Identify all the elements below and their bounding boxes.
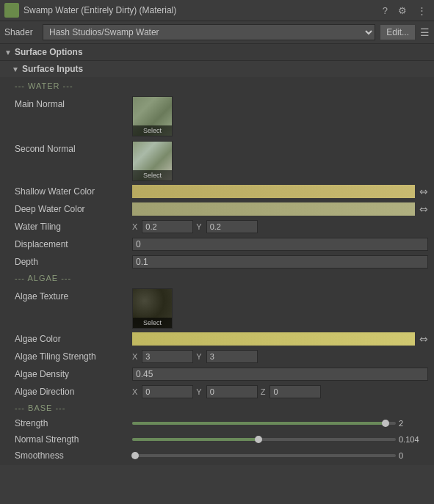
strength-row: Strength 2 (0, 415, 434, 431)
algae-color-swatch[interactable] (132, 332, 415, 346)
shallow-water-color-row: Shallow Water Color ⇔ (0, 183, 434, 200)
smoothness-value: 0 (399, 451, 428, 460)
shallow-water-expand-icon[interactable]: ⇔ (419, 186, 428, 197)
water-tiling-y-label: Y (196, 222, 201, 231)
smoothness-slider-container: 0 (132, 451, 428, 460)
normal-strength-row: Normal Strength 0.104 (0, 431, 434, 448)
surface-inputs-content: --- WATER --- Main Normal Select Second … (0, 77, 434, 465)
algae-divider: --- ALGAE --- (0, 271, 434, 285)
displacement-value (132, 238, 428, 251)
depth-label: Depth (15, 257, 132, 267)
algae-tiling-y-input[interactable] (206, 350, 258, 363)
smoothness-slider-track[interactable] (132, 454, 396, 457)
water-tiling-row: Water Tiling X Y (0, 218, 434, 235)
algae-color-label: Algae Color (15, 334, 132, 344)
strength-label: Strength (15, 418, 132, 428)
normal-strength-slider-container: 0.104 (132, 435, 428, 444)
algae-tiling-row: Algae Tiling Strength X Y (0, 348, 434, 365)
strength-slider-container: 2 (132, 419, 428, 428)
surface-inputs-header[interactable]: ▼ Surface Inputs (0, 60, 434, 77)
shallow-water-color-value: ⇔ (132, 185, 428, 198)
algae-dir-y-label: Y (196, 387, 201, 396)
smoothness-label: Smoothness (15, 450, 132, 461)
algae-direction-label: Algae Direction (15, 387, 132, 397)
algae-dir-x-label: X (132, 387, 137, 396)
smoothness-row: Smoothness 0 (0, 448, 434, 464)
algae-color-row: Algae Color ⇔ (0, 330, 434, 348)
algae-texture-thumb[interactable]: Select (132, 288, 173, 329)
depth-row: Depth (0, 253, 434, 271)
deep-water-color-row: Deep Water Color ⇔ (0, 200, 434, 218)
normal-strength-slider-thumb[interactable] (255, 436, 262, 443)
second-normal-select[interactable]: Select (133, 170, 172, 180)
deep-water-color-swatch[interactable] (132, 202, 415, 216)
algae-direction-value: X Y Z (132, 385, 428, 398)
strength-slider-thumb[interactable] (382, 420, 389, 427)
algae-dir-y-input[interactable] (206, 385, 258, 398)
algae-tiling-x-input[interactable] (142, 350, 193, 363)
second-normal-row: Second Normal Select (0, 138, 434, 183)
smoothness-slider-thumb[interactable] (131, 452, 139, 459)
algae-color-expand-icon[interactable]: ⇔ (419, 333, 428, 345)
shallow-water-color-swatch[interactable] (132, 185, 415, 198)
depth-input[interactable] (132, 255, 428, 269)
top-bar: Swamp Water (Entirely Dirty) (Material) … (0, 0, 434, 21)
help-icon[interactable]: ? (380, 4, 391, 18)
surface-inputs-arrow: ▼ (12, 65, 19, 73)
normal-strength-label: Normal Strength (15, 434, 132, 445)
settings-icon[interactable]: ⚙ (395, 4, 410, 18)
algae-dir-z-label: Z (261, 387, 266, 396)
algae-density-row: Algae Density (0, 365, 434, 383)
displacement-label: Displacement (15, 239, 132, 249)
surface-options-header[interactable]: ▼ Surface Options (0, 43, 434, 60)
shader-label: Shader (4, 27, 38, 37)
deep-water-expand-icon[interactable]: ⇔ (419, 203, 428, 215)
algae-color-value: ⇔ (132, 332, 428, 346)
algae-texture-row: Algae Texture Select (0, 285, 434, 330)
algae-texture-label: Algae Texture (15, 288, 132, 302)
normal-strength-slider-track[interactable] (132, 438, 396, 441)
window-title: Swamp Water (Entirely Dirty) (Material) (23, 5, 375, 15)
more-icon[interactable]: ⋮ (414, 4, 430, 18)
algae-dir-z-input[interactable] (270, 385, 321, 398)
depth-value (132, 255, 428, 269)
algae-density-label: Algae Density (15, 369, 132, 379)
normal-strength-value: 0.104 (399, 435, 428, 444)
main-normal-row: Main Normal Select (0, 93, 434, 138)
water-divider: --- WATER --- (0, 78, 434, 93)
strength-value: 2 (399, 419, 428, 428)
algae-dir-x-input[interactable] (142, 385, 193, 398)
edit-button[interactable]: Edit... (380, 24, 416, 40)
strength-slider-fill (132, 422, 386, 425)
water-tiling-label: Water Tiling (15, 222, 132, 232)
main-normal-select[interactable]: Select (133, 125, 172, 136)
strength-slider-track[interactable] (132, 422, 396, 425)
water-tiling-x-input[interactable] (142, 220, 193, 233)
water-tiling-value: X Y (132, 220, 428, 233)
deep-water-color-label: Deep Water Color (15, 204, 132, 214)
shader-select[interactable]: Hash Studios/Swamp Water (43, 24, 375, 40)
shallow-water-color-label: Shallow Water Color (15, 186, 132, 197)
algae-tiling-label: Algae Tiling Strength (15, 351, 132, 362)
shader-row: Shader Hash Studios/Swamp Water Edit... … (0, 21, 434, 43)
water-tiling-x-label: X (132, 222, 137, 231)
main-normal-label: Main Normal (15, 96, 132, 109)
algae-tiling-y-label: Y (196, 352, 201, 361)
normal-strength-slider-fill (132, 438, 258, 441)
deep-water-color-value: ⇔ (132, 202, 428, 216)
algae-density-input[interactable] (132, 368, 428, 381)
main-normal-thumb[interactable]: Select (132, 96, 173, 136)
surface-options-label: Surface Options (15, 47, 83, 57)
algae-density-value (132, 368, 428, 381)
algae-texture-select[interactable]: Select (133, 318, 172, 328)
second-normal-label: Second Normal (15, 141, 132, 154)
algae-direction-row: Algae Direction X Y Z (0, 383, 434, 401)
displacement-input[interactable] (132, 238, 428, 251)
surface-inputs-label: Surface Inputs (22, 64, 83, 74)
list-icon[interactable]: ☰ (420, 26, 430, 38)
displacement-row: Displacement (0, 235, 434, 253)
algae-tiling-x-label: X (132, 352, 137, 361)
second-normal-thumb[interactable]: Select (132, 141, 173, 181)
water-tiling-y-input[interactable] (206, 220, 258, 233)
algae-tiling-value: X Y (132, 350, 428, 363)
